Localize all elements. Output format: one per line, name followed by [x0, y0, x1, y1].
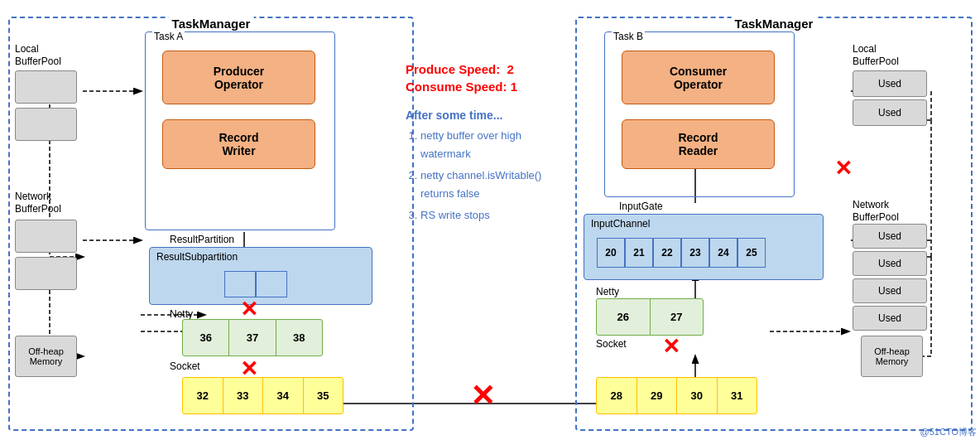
left-netty-cell-37: 37	[229, 320, 276, 355]
right-bp-x: ✕	[834, 157, 853, 179]
right-netty-row: 26 27	[596, 298, 704, 336]
right-used-3: Used	[853, 224, 927, 249]
center-panel: Produce Speed: 2 Consume Speed: 1 After …	[406, 62, 579, 225]
input-channel-label: InputChannel	[591, 218, 650, 230]
result-partition-label: ResultPartition	[170, 234, 234, 245]
rs-cell-2	[256, 271, 287, 297]
diagram: TaskManager LocalBufferPool NetworkBuffe…	[0, 0, 980, 440]
left-local-bp-2	[15, 108, 77, 141]
left-local-bp-1	[15, 70, 77, 104]
after-some-time: After some time...	[406, 109, 579, 122]
rs-cells	[224, 271, 287, 297]
ic-cell-22: 22	[653, 238, 681, 268]
left-netty-socket-x: ✕	[240, 358, 258, 380]
produce-speed-line: Produce Speed: 2	[406, 62, 579, 76]
rs-cell-1	[224, 271, 256, 297]
right-used-5: Used	[853, 278, 927, 303]
right-socket-cell-29: 29	[637, 378, 678, 413]
result-subpartition-label: ResultSubpartition	[156, 251, 238, 263]
record-reader: RecordReader	[622, 119, 775, 169]
left-netty-row: 36 37 38	[182, 319, 323, 356]
right-netty-label: Netty	[596, 286, 619, 297]
right-socket-cell-31: 31	[718, 378, 757, 413]
center-socket-x: ✕	[470, 381, 495, 411]
result-subpartition-container: ResultSubpartition	[149, 247, 372, 305]
ic-cell-23: 23	[681, 238, 709, 268]
input-channel-cells: 20 21 22 23 24 25	[597, 238, 766, 268]
left-netty-label: Netty	[170, 308, 193, 320]
copyright: @51CTO博客	[920, 426, 977, 438]
right-task-box: Task B ConsumerOperator RecordReader	[604, 31, 795, 197]
ic-cell-25: 25	[737, 238, 766, 268]
left-network-bp-1	[15, 220, 77, 253]
right-network-bp-label: NetworkBufferPool	[853, 199, 899, 224]
left-rs-netty-x: ✕	[240, 298, 258, 320]
left-netty-cell-36: 36	[183, 320, 229, 355]
right-netty-cell-26: 26	[597, 299, 651, 335]
left-network-bp-label: NetworkBufferPool	[15, 191, 61, 215]
right-used-1: Used	[853, 70, 927, 97]
left-socket-row: 32 33 34 35	[182, 377, 343, 414]
right-socket-label: Socket	[596, 338, 627, 350]
left-socket-label: Socket	[170, 360, 200, 372]
left-network-bp-2	[15, 257, 77, 290]
ic-cell-20: 20	[597, 238, 625, 268]
right-used-2: Used	[853, 99, 927, 126]
right-task-label: Task B	[612, 31, 645, 42]
right-socket-cell-28: 28	[597, 378, 637, 413]
right-socket-row: 28 29 30 31	[596, 377, 757, 414]
left-socket-cell-32: 32	[183, 378, 223, 413]
consumer-operator: ConsumerOperator	[622, 51, 775, 104]
right-tm-label: TaskManager	[732, 17, 817, 31]
ic-cell-24: 24	[709, 238, 737, 268]
right-socket-cell-30: 30	[677, 378, 718, 413]
producer-operator: ProducerOperator	[162, 51, 315, 104]
right-netty-socket-x: ✕	[662, 336, 680, 357]
right-netty-cell-27: 27	[651, 299, 704, 335]
point-2: netty channel.isWritable()returns false	[420, 167, 579, 203]
point-3: RS write stops	[420, 206, 579, 225]
record-writer: RecordWriter	[162, 119, 315, 169]
ic-cell-21: 21	[625, 238, 653, 268]
left-socket-cell-35: 35	[304, 378, 343, 413]
left-task-label: Task A	[152, 31, 185, 42]
left-socket-cell-34: 34	[263, 378, 304, 413]
right-off-heap: Off-heapMemory	[861, 336, 923, 377]
left-netty-cell-38: 38	[276, 320, 322, 355]
input-channel-container: InputChannel 20 21 22 23 24 25	[584, 214, 824, 280]
left-off-heap: Off-heapMemory	[15, 336, 77, 377]
consume-speed-line: Consume Speed: 1	[406, 80, 579, 94]
left-local-bp-label: LocalBufferPool	[15, 43, 61, 68]
right-used-6: Used	[853, 306, 927, 331]
right-used-4: Used	[853, 251, 927, 276]
left-socket-cell-33: 33	[223, 378, 264, 413]
left-tm-label: TaskManager	[169, 17, 254, 31]
input-gate-label: InputGate	[619, 201, 663, 212]
left-task-box: Task A ProducerOperator RecordWriter	[145, 31, 335, 230]
right-local-bp-label: LocalBufferPool	[853, 43, 899, 68]
point-1: netty buffer over highwatermark	[420, 127, 579, 163]
